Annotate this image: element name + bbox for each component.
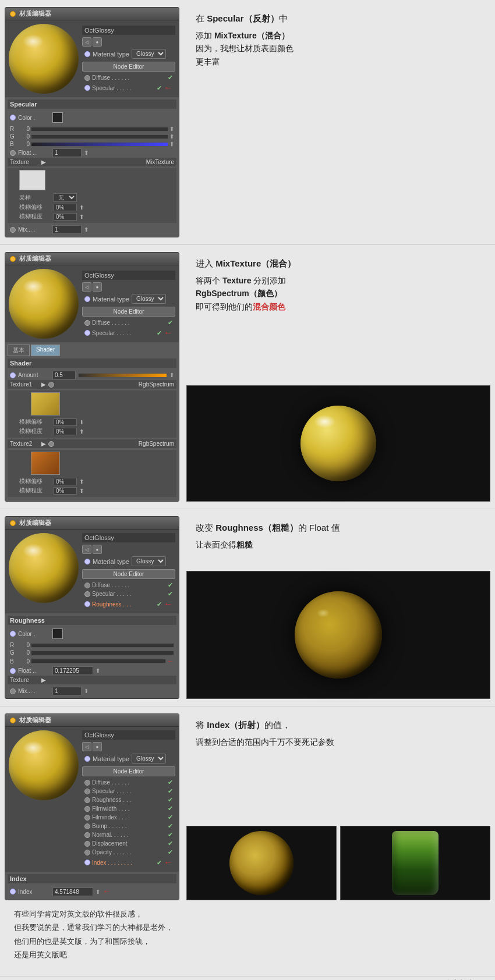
color-preview-1[interactable]	[52, 112, 63, 123]
ann2-line1: 进入 MixTexture（混合）	[196, 257, 481, 271]
arrow-specular-1: ←	[164, 83, 173, 93]
float-spinner-1[interactable]: ⬆	[84, 150, 89, 156]
mix-radio-1[interactable]	[10, 227, 16, 233]
mat-icon-btn-5[interactable]: ◁	[82, 545, 91, 554]
mat-icon-btn-3[interactable]: ◁	[82, 282, 91, 292]
texture2-radio-2[interactable]	[48, 441, 54, 447]
props-panel-1: Specular Color . R 0 ⬆ G 0	[5, 97, 179, 237]
node-editor-btn-2[interactable]: Node Editor	[82, 307, 175, 317]
mat-icon-btn-2[interactable]: ●	[93, 37, 102, 47]
mat-icon-btn-1[interactable]: ◁	[82, 37, 91, 47]
float-input-3[interactable]	[52, 666, 93, 675]
texture-expand-1[interactable]: ▶	[41, 159, 46, 165]
s1-degree-input-2[interactable]	[54, 428, 77, 435]
amount-radio-2[interactable]	[10, 372, 16, 378]
mat-type-select-3[interactable]: Glossy	[132, 556, 166, 566]
channel-radio-specular-2[interactable]	[84, 330, 90, 336]
r-bar-3	[31, 643, 174, 648]
channel-radio-specular-1[interactable]	[84, 85, 90, 91]
s1-degree-spin-2[interactable]: ⬆	[79, 428, 84, 435]
mat-type-select-1[interactable]: Glossy	[132, 49, 166, 59]
ch-specular-4: Specular . . . . . ✔	[82, 787, 175, 796]
offset-spinner-1[interactable]: ⬆	[79, 204, 84, 211]
mix-label-3: Mix... .	[18, 688, 50, 694]
mix-spinner-3[interactable]: ⬆	[84, 688, 89, 694]
color-radio-3[interactable]	[10, 631, 16, 637]
render-box-2	[186, 385, 490, 502]
blend-tabs-2: 基本 Shader	[8, 345, 176, 356]
mat-type-radio-1[interactable]	[84, 51, 90, 57]
channel-radio-roughness-3[interactable]	[84, 601, 90, 607]
mix-input-3[interactable]	[52, 687, 82, 695]
node-editor-btn-1[interactable]: Node Editor	[82, 62, 175, 72]
index-radio-4[interactable]	[10, 889, 16, 894]
index-spinner-4[interactable]: ⬆	[96, 889, 100, 895]
mat-icon-btn-6[interactable]: ●	[93, 545, 102, 554]
float-input-1[interactable]	[52, 148, 82, 157]
mat-type-radio-2[interactable]	[84, 296, 90, 302]
sample-select-1[interactable]: 无	[54, 193, 77, 202]
section4-top: 材质编辑器 OctGlossy ◁ ● Material type Glossy	[5, 713, 490, 900]
mix-spinner-1[interactable]: ⬆	[84, 226, 89, 233]
texture1-radio-2[interactable]	[48, 382, 54, 388]
s1-degree-label-2: 模糊程度	[19, 427, 51, 435]
texture2-expand-2[interactable]: ▶	[41, 441, 46, 447]
node-editor-btn-4[interactable]: Node Editor	[82, 766, 175, 776]
channel-check-specular-1: ✔	[157, 84, 162, 92]
r-label-1: R	[10, 126, 17, 132]
sample-row-1: 采样 无	[19, 193, 173, 203]
color-radio-1[interactable]	[10, 115, 16, 120]
title-bar-3: 材质编辑器	[5, 517, 179, 530]
b-label-3: B	[10, 658, 17, 665]
float-spinner-3[interactable]: ⬆	[96, 667, 100, 674]
g-spinner-1[interactable]: ⬆	[169, 133, 174, 140]
bottom-line3: 他们用的也是英文版，为了和国际接轨，	[14, 935, 481, 948]
texture-label-1: Texture	[10, 159, 39, 165]
s1-offset-spin-2[interactable]: ⬆	[79, 419, 84, 425]
blend-area-2: 基本 Shader Shader Amount ⬆ Texture1 ▶ Rgb…	[5, 342, 179, 501]
channel-radio-diffuse-1[interactable]	[84, 75, 90, 81]
mix-input-1[interactable]	[52, 225, 82, 234]
mat-icon-btn-8[interactable]: ●	[93, 742, 102, 751]
node-editor-btn-3[interactable]: Node Editor	[82, 569, 175, 579]
g-bar-1	[31, 134, 168, 139]
offset-input-1[interactable]	[54, 204, 77, 211]
channel-radio-diffuse-2[interactable]	[84, 320, 90, 326]
channel-radio-specular-3[interactable]	[84, 591, 90, 597]
color-preview-3[interactable]	[52, 629, 63, 639]
r-spinner-1[interactable]: ⬆	[169, 126, 174, 132]
annotation-area-2: 进入 MixTexture（混合） 将两个 Texture 分别添加 RgbSp…	[179, 252, 490, 502]
props-panel-3: Roughness Color . R 0 G 0 B	[5, 613, 179, 698]
mat-type-select-4[interactable]: Glossy	[132, 754, 166, 764]
texture1-expand-2[interactable]: ▶	[41, 381, 46, 388]
mat-icon-btn-4[interactable]: ●	[93, 282, 102, 292]
mat-icon-btn-7[interactable]: ◁	[82, 742, 91, 751]
b-spinner-1[interactable]: ⬆	[169, 141, 174, 147]
float-radio-3[interactable]	[10, 668, 16, 674]
tab-shader-2[interactable]: Shader	[31, 345, 60, 356]
arrow-specular-2: ←	[164, 328, 173, 338]
texture-expand-3[interactable]: ▶	[41, 677, 46, 683]
mat-type-label-1: Material type	[93, 51, 129, 58]
s2-offset-input-2[interactable]	[54, 478, 77, 485]
s2-degree-input-2[interactable]	[54, 487, 77, 495]
channel-radio-diffuse-3[interactable]	[84, 583, 90, 588]
s1-offset-input-2[interactable]	[54, 418, 77, 426]
tab-basic-2[interactable]: 基本	[8, 345, 30, 356]
mat-type-select-2[interactable]: Glossy	[132, 294, 166, 304]
degree-input-1[interactable]	[54, 213, 77, 221]
g-channel-3: G 0	[8, 649, 176, 656]
amount-input-2[interactable]	[52, 371, 76, 379]
amount-spinner-2[interactable]: ⬆	[169, 372, 174, 378]
mat-type-radio-4[interactable]	[84, 756, 90, 762]
degree-spinner-1[interactable]: ⬆	[79, 214, 84, 220]
channel-label-specular-3: Specular . . . . .	[92, 591, 166, 597]
mat-type-radio-3[interactable]	[84, 559, 90, 564]
mix-radio-3[interactable]	[10, 688, 16, 694]
float-radio-1[interactable]	[10, 150, 16, 156]
section-2: 材质编辑器 OctGlossy ◁ ● Material type Glossy…	[0, 245, 495, 509]
ann1-line3: 因为，我想让材质表面颜色	[196, 42, 481, 55]
index-input-4[interactable]	[52, 887, 93, 896]
s2-offset-spin-2[interactable]: ⬆	[79, 478, 84, 485]
s2-degree-spin-2[interactable]: ⬆	[79, 488, 84, 494]
